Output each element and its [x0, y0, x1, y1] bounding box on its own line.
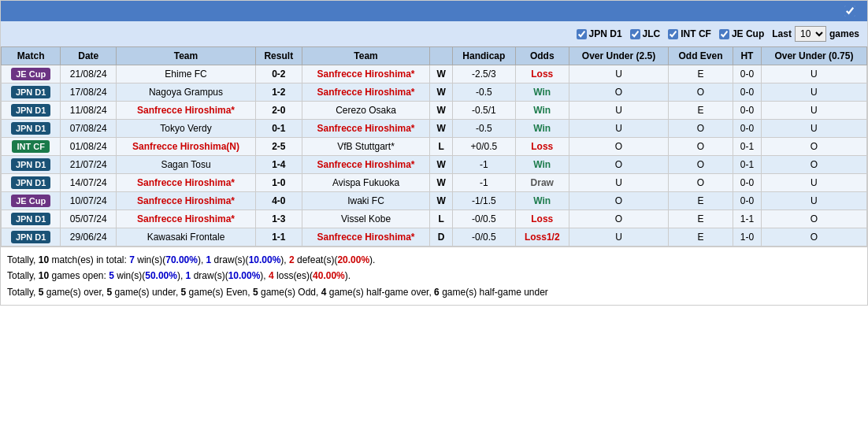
cell-team1: Sagan Tosu [117, 156, 256, 174]
cell-oe: E [669, 210, 733, 228]
filter-intcf: INT CF [668, 28, 711, 39]
cell-date: 21/07/24 [61, 156, 117, 174]
filter-intcf-checkbox[interactable] [668, 29, 678, 39]
cell-team2: Iwaki FC [302, 192, 430, 210]
col-outcome [430, 47, 453, 65]
cell-ou25: U [569, 174, 668, 192]
cell-outcome: L [430, 210, 453, 228]
table-row: JPN D1 29/06/24 Kawasaki Frontale 1-1 Sa… [2, 228, 867, 247]
cell-ht: 0-0 [733, 65, 761, 83]
summary-line3: Totally, 5 game(s) over, 5 game(s) under… [7, 284, 861, 300]
cell-ou075: U [761, 174, 866, 192]
cell-odds: Draw [515, 174, 569, 192]
cell-ou075: O [761, 228, 866, 247]
cell-handicap: -0/0.5 [453, 210, 515, 228]
cell-team2: Sanfrecce Hiroshima* [302, 228, 430, 247]
cell-badge: JPN D1 [2, 120, 61, 138]
cell-oe: O [669, 83, 733, 102]
cell-score: 1-3 [255, 210, 302, 228]
cell-odds: Loss [515, 138, 569, 156]
table-row: INT CF 01/08/24 Sanfrecce Hiroshima(N) 2… [2, 138, 867, 156]
cell-team1: Sanfrecce Hiroshima* [117, 192, 256, 210]
filter-row: JPN D1 JLC INT CF JE Cup Last 10 5 15 20… [1, 21, 867, 46]
table-header-row: Match Date Team Result Team Handicap Odd… [2, 47, 867, 65]
cell-team1: Sanfrecce Hiroshima(N) [117, 138, 256, 156]
table-row: JPN D1 21/07/24 Sagan Tosu 1-4 Sanfrecce… [2, 156, 867, 174]
cell-ht: 1-0 [733, 228, 761, 247]
match-badge: JE Cup [11, 195, 50, 207]
cell-date: 10/07/24 [61, 192, 117, 210]
cell-date: 07/08/24 [61, 120, 117, 138]
cell-outcome: W [430, 83, 453, 102]
filter-jecup-checkbox[interactable] [719, 29, 729, 39]
col-date: Date [61, 47, 117, 65]
filter-jlc-checkbox[interactable] [630, 29, 640, 39]
cell-score: 1-2 [255, 83, 302, 102]
cell-oe: O [669, 138, 733, 156]
cell-handicap: -1/1.5 [453, 192, 515, 210]
cell-oe: E [669, 102, 733, 120]
match-badge: JE Cup [11, 68, 50, 80]
cell-team1: Nagoya Grampus [117, 83, 256, 102]
cell-score: 0-2 [255, 65, 302, 83]
cell-badge: JPN D1 [2, 210, 61, 228]
cell-date: 11/08/24 [61, 102, 117, 120]
cell-ou25: O [569, 156, 668, 174]
cell-ou25: U [569, 228, 668, 247]
main-container: JPN D1 JLC INT CF JE Cup Last 10 5 15 20… [0, 0, 868, 306]
cell-score: 1-4 [255, 156, 302, 174]
cell-handicap: -0.5/1 [453, 102, 515, 120]
cell-team1: Sanfrecce Hiroshima* [117, 102, 256, 120]
match-badge: JPN D1 [11, 86, 51, 98]
cell-team2: Avispa Fukuoka [302, 174, 430, 192]
cell-ht: 0-0 [733, 83, 761, 102]
cell-odds: Win [515, 83, 569, 102]
display-notes-checkbox[interactable] [844, 6, 855, 17]
cell-outcome: W [430, 192, 453, 210]
col-ou075: Over Under (0.75) [761, 47, 866, 65]
cell-odds: Win [515, 192, 569, 210]
cell-score: 1-1 [255, 228, 302, 247]
cell-odds: Loss [515, 210, 569, 228]
cell-ou075: U [761, 83, 866, 102]
cell-handicap: -1 [453, 156, 515, 174]
cell-score: 0-1 [255, 120, 302, 138]
cell-ht: 0-0 [733, 102, 761, 120]
cell-oe: O [669, 156, 733, 174]
cell-team2: Sanfrecce Hiroshima* [302, 83, 430, 102]
cell-team1: Sanfrecce Hiroshima* [117, 174, 256, 192]
filter-jpnd1: JPN D1 [577, 28, 622, 39]
cell-ou25: O [569, 210, 668, 228]
cell-outcome: W [430, 156, 453, 174]
cell-badge: INT CF [2, 138, 61, 156]
col-match: Match [2, 47, 61, 65]
last-games-select[interactable]: 10 5 15 20 25 30 [795, 26, 826, 42]
cell-date: 29/06/24 [61, 228, 117, 247]
last-games-section: Last 10 5 15 20 25 30 games [772, 26, 859, 42]
filter-jpnd1-checkbox[interactable] [577, 29, 587, 39]
cell-ou075: O [761, 156, 866, 174]
cell-date: 01/08/24 [61, 138, 117, 156]
col-result: Result [255, 47, 302, 65]
summary-line2: Totally, 10 games open: 5 win(s)(50.00%)… [7, 268, 861, 284]
match-badge: JPN D1 [11, 176, 51, 189]
match-badge: JPN D1 [11, 104, 51, 117]
cell-badge: JE Cup [2, 65, 61, 83]
filter-jlc: JLC [630, 28, 661, 39]
cell-ht: 0-0 [733, 174, 761, 192]
cell-ou075: U [761, 65, 866, 83]
cell-handicap: +0/0.5 [453, 138, 515, 156]
match-badge: JPN D1 [11, 158, 51, 171]
cell-handicap: -2.5/3 [453, 65, 515, 83]
cell-badge: JPN D1 [2, 156, 61, 174]
match-badge: INT CF [12, 140, 49, 153]
summary-line1: Totally, 10 match(es) in total: 7 win(s)… [7, 252, 861, 268]
cell-odds: Win [515, 120, 569, 138]
match-badge: JPN D1 [11, 231, 51, 243]
filter-jpnd1-label: JPN D1 [589, 28, 622, 39]
cell-badge: JPN D1 [2, 102, 61, 120]
col-ou25: Over Under (2.5) [569, 47, 668, 65]
cell-score: 1-0 [255, 174, 302, 192]
cell-score: 2-5 [255, 138, 302, 156]
header-bar [1, 1, 867, 21]
